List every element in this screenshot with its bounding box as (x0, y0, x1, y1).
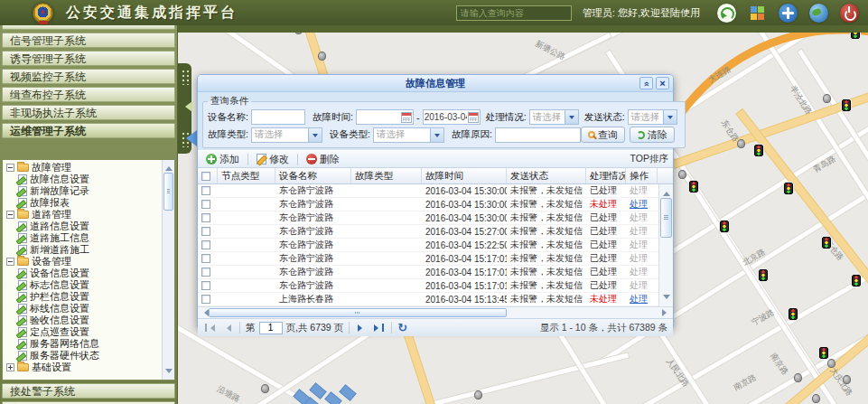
camera-marker[interactable] (794, 373, 802, 382)
table-row[interactable]: 东仓路宁波路2016-03-04 15:27:00未报警，未发短信已处理处理 (198, 225, 673, 239)
camera-marker[interactable] (812, 394, 820, 403)
handle-link[interactable]: 处理 (630, 293, 648, 305)
scroll-right-icon[interactable] (662, 309, 670, 316)
dropdown-arrow-icon[interactable] (565, 110, 578, 124)
next-page-button[interactable] (355, 321, 369, 334)
prev-page-button[interactable] (220, 321, 234, 334)
scroll-down-icon[interactable] (165, 369, 173, 377)
table-row[interactable]: 东仓路宁波路2016-03-04 15:17:01未报警，未发短信已处理处理 (198, 252, 673, 266)
handle-link[interactable]: 处理 (630, 211, 648, 224)
tree-leaf[interactable]: 故障信息设置 (5, 174, 160, 185)
tree-leaf[interactable]: 道路信息设置 (5, 221, 160, 232)
camera-marker[interactable] (843, 375, 851, 384)
row-checkbox[interactable] (201, 227, 210, 236)
row-checkbox[interactable] (201, 240, 210, 249)
sidebar-item[interactable]: 运维管理子系统 (2, 123, 175, 138)
collapse-window-button[interactable]: » (639, 77, 653, 89)
recycle-icon[interactable] (717, 4, 736, 23)
tree-folder[interactable]: 基础设置 (5, 362, 160, 373)
column-header[interactable]: 发送状态 (507, 168, 586, 183)
tree-scrollbar-thumb[interactable] (163, 173, 173, 211)
first-page-button[interactable] (203, 321, 217, 334)
table-row[interactable]: 东仓路宁波路2016-03-04 15:30:00未报警，未发短信已处理处理 (198, 211, 673, 225)
row-checkbox[interactable] (201, 281, 210, 290)
globe-icon[interactable] (809, 4, 828, 23)
table-row[interactable]: 东仓路宁波路2016-03-04 15:22:50未报警，未发短信已处理处理 (198, 239, 673, 252)
table-row[interactable]: 东仓路宁波路2016-03-04 15:30:00未报警，未发短信已处理处理 (198, 184, 673, 198)
device-type-select[interactable]: 请选择 (373, 127, 444, 143)
add-button[interactable]: 添加 (202, 152, 243, 167)
handle-link[interactable]: 处理 (630, 239, 648, 251)
tree-leaf[interactable]: 定点巡查设置 (5, 326, 160, 338)
tree-leaf[interactable]: 设备信息设置 (5, 268, 160, 279)
handle-link[interactable]: 处理 (630, 279, 648, 292)
column-header[interactable]: 设备名称 (275, 168, 351, 183)
column-header[interactable]: 操作 (626, 168, 658, 183)
traffic-light-marker[interactable] (720, 221, 729, 232)
camera-marker[interactable] (827, 359, 835, 368)
tree-folder[interactable]: 故障管理 (5, 162, 160, 174)
scroll-down-icon[interactable] (663, 295, 670, 303)
fault-time-to-field[interactable] (423, 109, 481, 125)
select-all-checkbox[interactable] (201, 172, 210, 181)
fault-type-select[interactable]: 请选择 (251, 127, 322, 143)
tree-leaf[interactable]: 新增故障记录 (5, 185, 160, 197)
apps-grid-icon[interactable] (748, 4, 767, 23)
row-checkbox[interactable] (201, 268, 210, 277)
expand-toggle-icon[interactable] (6, 363, 14, 371)
handle-link[interactable]: 处理 (630, 252, 648, 265)
camera-marker[interactable] (318, 52, 326, 61)
traffic-light-marker[interactable] (822, 237, 831, 249)
handle-status-select[interactable]: 请选择 (529, 109, 579, 125)
collapse-toggle-icon[interactable] (6, 164, 14, 172)
traffic-light-marker[interactable] (754, 145, 763, 156)
tree-leaf[interactable]: 新增道路施工 (5, 244, 160, 256)
tree-leaf[interactable]: 标志信息设置 (5, 279, 160, 291)
sidebar-item[interactable]: 视频监控子系统 (2, 69, 175, 84)
camera-marker[interactable] (474, 390, 482, 399)
sidebar-item[interactable]: 信号管理子系统 (2, 33, 175, 48)
collapse-toggle-icon[interactable] (6, 258, 14, 266)
column-header[interactable]: 故障时间 (422, 168, 507, 183)
search-button[interactable]: 查询 (581, 127, 625, 143)
row-checkbox[interactable] (201, 186, 210, 195)
top-sort-link[interactable]: TOP排序 (630, 153, 668, 165)
tree-folder[interactable]: 设备管理 (5, 256, 160, 268)
tree-leaf[interactable]: 服务器硬件状态 (5, 350, 160, 362)
tree-leaf[interactable]: 护栏信息设置 (5, 291, 160, 303)
table-row[interactable]: 东仓路宁波路2016-03-04 15:30:00未报警，未发短信未处理处理 (198, 198, 673, 211)
date-to-input[interactable] (424, 111, 468, 123)
global-search-input[interactable] (456, 5, 572, 21)
tree-leaf[interactable]: 服务器网络信息 (5, 338, 160, 350)
camera-marker[interactable] (261, 384, 269, 393)
dropdown-arrow-icon[interactable] (663, 110, 677, 124)
scroll-up-icon[interactable] (663, 188, 670, 196)
tree-scrollbar[interactable] (162, 160, 174, 380)
tree-leaf[interactable]: 验收信息设置 (5, 315, 160, 326)
handle-link[interactable]: 处理 (630, 198, 648, 211)
handle-link[interactable]: 处理 (630, 266, 648, 278)
camera-marker[interactable] (737, 139, 745, 148)
tree-leaf[interactable]: 故障报表 (5, 197, 160, 209)
column-header[interactable]: 处理情况 (586, 168, 626, 183)
calendar-icon[interactable] (401, 112, 412, 123)
table-row[interactable]: 上海路长春路2016-03-04 15:13:45未报警，未发短信未处理处理 (198, 293, 673, 306)
tree-folder[interactable]: 道路管理 (5, 209, 160, 221)
row-checkbox[interactable] (201, 295, 210, 304)
row-checkbox[interactable] (201, 254, 210, 263)
power-icon[interactable] (840, 4, 859, 23)
add-icon[interactable] (779, 4, 798, 23)
traffic-light-marker[interactable] (689, 181, 698, 193)
column-header[interactable]: 故障类型 (351, 168, 422, 183)
v-scrollbar-thumb[interactable] (660, 198, 672, 238)
handle-link[interactable]: 处理 (630, 225, 648, 238)
fault-reason-input[interactable] (495, 127, 581, 143)
edit-button[interactable]: 修改 (253, 152, 293, 167)
traffic-light-marker[interactable] (784, 183, 793, 194)
table-horizontal-scrollbar[interactable] (198, 306, 673, 318)
sidebar-item[interactable]: 接处警子系统 (2, 383, 175, 399)
map-pan-left-icon[interactable] (178, 130, 197, 146)
tree-leaf[interactable]: 道路施工信息 (5, 232, 160, 244)
page-number-input[interactable] (259, 322, 283, 334)
collapse-toggle-icon[interactable] (6, 211, 14, 219)
